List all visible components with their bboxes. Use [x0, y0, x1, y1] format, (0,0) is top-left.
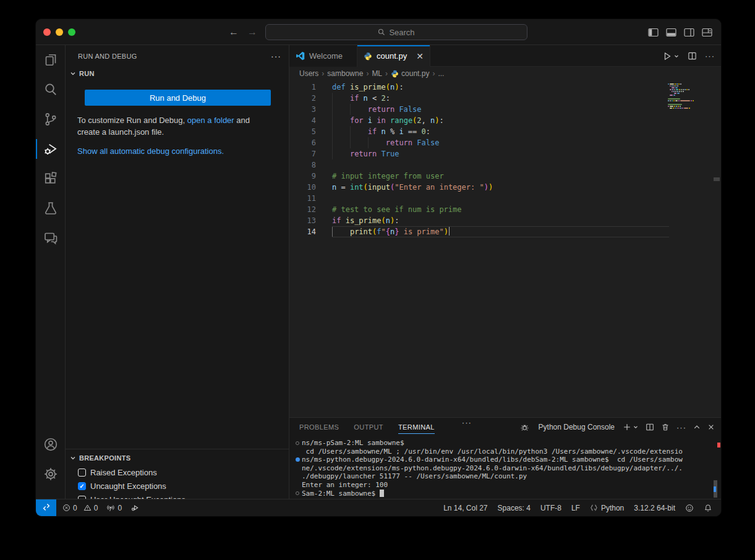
account-button[interactable]: [36, 430, 66, 459]
minimap-segment: [674, 106, 675, 107]
sidebar-item-search[interactable]: [36, 75, 66, 104]
cursor-position-status[interactable]: Ln 14, Col 27: [443, 504, 487, 512]
remote-window-button[interactable]: [36, 499, 56, 517]
minimap[interactable]: [668, 80, 712, 417]
code-line[interactable]: 2 if n < 2:: [289, 93, 721, 104]
sidebar-item-testing[interactable]: [36, 193, 66, 223]
close-tab-icon[interactable]: ✕: [416, 52, 424, 61]
breadcrumb-item[interactable]: Users: [299, 69, 318, 78]
notifications-button[interactable]: [704, 504, 712, 512]
close-panel-icon[interactable]: [707, 423, 715, 431]
code-line[interactable]: 13if is_prime(n):: [289, 215, 721, 226]
more-actions-icon[interactable]: ···: [705, 51, 715, 61]
minimap-segment: [670, 100, 671, 101]
terminal-output[interactable]: ns/ms-pSam-2:ML sambowne$ cd /Users/samb…: [289, 436, 721, 499]
minimap-segment: [680, 108, 681, 109]
minimap-segment: [679, 89, 680, 90]
code-token: n: [386, 216, 390, 225]
encoding-status[interactable]: UTF-8: [540, 504, 561, 512]
language-mode-status[interactable]: Python: [590, 504, 624, 512]
code-token: :: [399, 83, 403, 91]
views-and-more-actions-button[interactable]: ···: [271, 51, 281, 61]
panel-more-tabs-icon[interactable]: ···: [462, 418, 472, 436]
tab-count-py[interactable]: count.py ✕: [357, 45, 430, 67]
ports-status-button[interactable]: 0: [106, 504, 122, 512]
vscode-window: ← → Search: [35, 19, 722, 517]
sidebar-item-explorer[interactable]: [36, 45, 66, 75]
terminal-command-marker: [293, 491, 302, 495]
code-line[interactable]: 11: [289, 193, 721, 204]
code-line[interactable]: 12# test to see if num is prime: [289, 204, 721, 215]
sidebar-item-extensions[interactable]: [36, 164, 66, 193]
minimize-window-button[interactable]: [56, 28, 63, 36]
indent-guide: [332, 227, 333, 237]
run-and-debug-button[interactable]: Run and Debug: [85, 90, 271, 106]
panel-more-actions-icon[interactable]: ···: [676, 423, 686, 432]
code-token: is prime": [399, 227, 443, 236]
customize-layout-icon[interactable]: [702, 28, 712, 37]
toggle-primary-sidebar-icon[interactable]: [648, 28, 659, 37]
split-terminal-icon[interactable]: [646, 423, 654, 431]
new-terminal-button[interactable]: [623, 423, 639, 431]
navigate-forward-button[interactable]: →: [247, 27, 257, 38]
close-window-button[interactable]: [43, 28, 51, 36]
settings-button[interactable]: [36, 459, 66, 489]
debug-status-button[interactable]: [130, 503, 140, 512]
code-line[interactable]: 10n = int(input("Enter an integer: ")): [289, 182, 721, 193]
panel-tab-output[interactable]: OUTPUT: [354, 418, 383, 436]
breadcrumb-item[interactable]: sambowne: [327, 69, 363, 78]
code-line[interactable]: 14 print(f"{n} is prime"): [289, 226, 721, 237]
code-token: :: [440, 116, 444, 125]
sidebar-item-source-control[interactable]: [36, 104, 66, 134]
code-line[interactable]: 9# input integer from user: [289, 171, 721, 182]
sidebar-item-chat[interactable]: [36, 223, 66, 253]
toggle-secondary-sidebar-icon[interactable]: [684, 28, 694, 37]
tab-welcome[interactable]: Welcome: [289, 45, 357, 67]
line-number: 3: [289, 104, 316, 115]
eol-status[interactable]: LF: [571, 504, 580, 512]
minimap-segment: [672, 89, 673, 90]
panel-tab-terminal[interactable]: TERMINAL: [398, 418, 435, 436]
minimap-segment: [677, 91, 678, 92]
maximize-panel-icon[interactable]: [693, 423, 701, 431]
toggle-panel-icon[interactable]: [666, 28, 676, 37]
sidebar-item-run-and-debug[interactable]: [36, 134, 66, 164]
editor-scrollbar[interactable]: [712, 80, 721, 417]
kill-terminal-icon[interactable]: [661, 423, 670, 431]
breadcrumb-item[interactable]: ML: [372, 69, 382, 78]
zoom-window-button[interactable]: [68, 28, 75, 36]
navigate-back-button[interactable]: ←: [229, 27, 239, 38]
panel-tab-problems[interactable]: PROBLEMS: [299, 418, 339, 436]
code-line[interactable]: 5 if n % i == 0:: [289, 126, 721, 137]
code-token: [332, 116, 350, 125]
code-line[interactable]: 8: [289, 159, 721, 171]
minimap-segment: [679, 91, 680, 92]
breakpoint-checkbox[interactable]: ✓: [78, 482, 86, 490]
breakpoints-section-header[interactable]: BREAKPOINTS: [66, 451, 289, 465]
feedback-button[interactable]: [685, 504, 694, 512]
minimap-line: [672, 91, 685, 92]
code-line[interactable]: 6 return False: [289, 137, 721, 148]
indent-guide: [368, 137, 369, 148]
code-line[interactable]: 3 return False: [289, 104, 721, 115]
python-interpreter-status[interactable]: 3.12.2 64-bit: [634, 504, 675, 512]
code-line[interactable]: 7 return True: [289, 148, 721, 159]
indentation-status[interactable]: Spaces: 4: [498, 504, 531, 512]
problems-status-button[interactable]: 0 0: [62, 504, 98, 512]
command-center-search[interactable]: Search: [265, 24, 527, 40]
code-line[interactable]: 4 for i in range(2, n):: [289, 115, 721, 126]
run-section-header[interactable]: RUN: [66, 67, 289, 80]
breadcrumb-item[interactable]: count.py: [391, 69, 429, 78]
show-all-configurations-link[interactable]: Show all automatic debug configurations.: [77, 146, 224, 156]
code-line[interactable]: 1def is_prime(n):: [289, 82, 721, 93]
split-editor-icon[interactable]: [688, 51, 697, 61]
command-marker-icon: [296, 491, 299, 495]
code-editor[interactable]: 1def is_prime(n):2 if n < 2:3 return Fal…: [289, 80, 721, 417]
run-python-file-button[interactable]: [662, 51, 680, 61]
breadcrumb-item[interactable]: ...: [438, 69, 444, 78]
code-token: :: [426, 127, 430, 136]
open-a-folder-link[interactable]: open a folder: [187, 116, 234, 125]
terminal-session-label[interactable]: Python Debug Console: [539, 423, 615, 431]
breakpoint-label: Uncaught Exceptions: [90, 482, 166, 491]
breakpoint-checkbox[interactable]: [78, 469, 86, 477]
